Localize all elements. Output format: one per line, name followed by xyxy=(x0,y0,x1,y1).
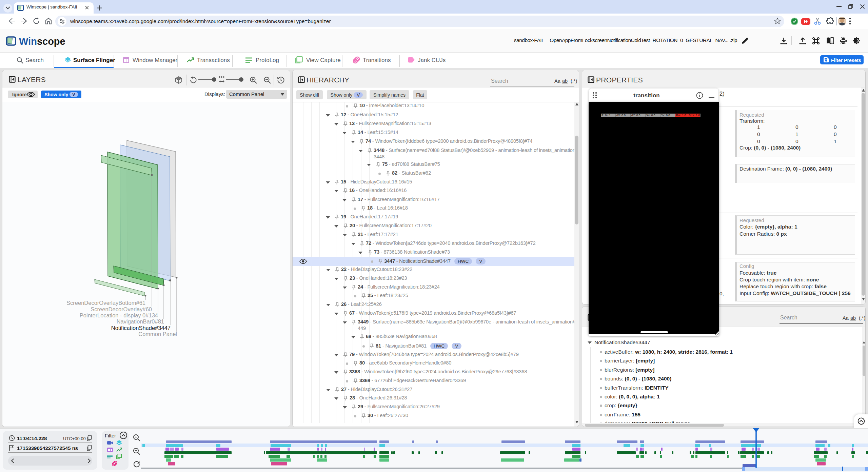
svg-text:Common Panel: Common Panel xyxy=(138,331,177,337)
svg-text:PointerLocation - display 0#13: PointerLocation - display 0#134 xyxy=(80,312,158,318)
svg-text:ScreenDecorOverlay#60: ScreenDecorOverlay#60 xyxy=(91,306,152,312)
svg-text:NotificationShade#3447: NotificationShade#3447 xyxy=(111,325,171,331)
svg-text:NavigationBar0#81: NavigationBar0#81 xyxy=(117,318,164,324)
svg-text:ScreenDecorOverlayBottom#61: ScreenDecorOverlayBottom#61 xyxy=(66,300,145,306)
